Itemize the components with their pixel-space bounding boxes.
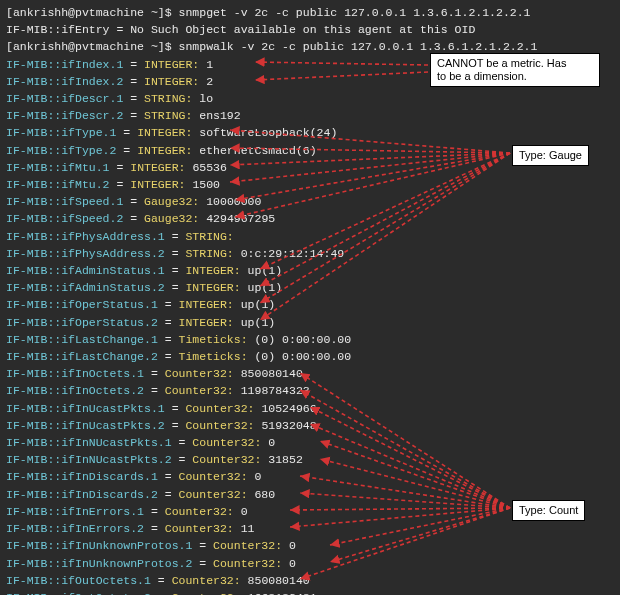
equals: =: [116, 126, 137, 139]
value-type: STRING:: [185, 247, 240, 260]
value-type: Counter32:: [165, 384, 241, 397]
equals: =: [158, 316, 179, 329]
snmp-row: IF-MIB::ifLastChange.2 = Timeticks: (0) …: [6, 348, 614, 365]
snmp-row: IF-MIB::ifOperStatus.2 = INTEGER: up(1): [6, 314, 614, 331]
value-type: Counter32:: [165, 367, 241, 380]
mib-key: IF-MIB::ifInDiscards.1: [6, 470, 158, 483]
snmp-row: IF-MIB::ifPhysAddress.1 = STRING:: [6, 228, 614, 245]
snmp-row: IF-MIB::ifInOctets.1 = Counter32: 850080…: [6, 365, 614, 382]
prompt-line-1: [ankrishh@pvtmachine ~]$ snmpget -v 2c -…: [6, 4, 614, 21]
value: (0) 0:00:00.00: [254, 333, 351, 346]
mib-key: IF-MIB::ifInNUcastPkts.2: [6, 453, 172, 466]
mib-key: IF-MIB::ifInNUcastPkts.1: [6, 436, 172, 449]
equals: =: [158, 488, 179, 501]
value-type: Timeticks:: [179, 350, 255, 363]
value-type: Counter32:: [192, 436, 268, 449]
value-type: STRING:: [144, 109, 199, 122]
mib-key: IF-MIB::ifSpeed.1: [6, 195, 123, 208]
value-type: Counter32:: [213, 557, 289, 570]
mib-key: IF-MIB::ifInErrors.2: [6, 522, 144, 535]
annotation-gauge: Type: Gauge: [512, 145, 589, 166]
response-line-1: IF-MIB::ifEntry = No Such Object availab…: [6, 21, 614, 38]
value: 10000000: [206, 195, 261, 208]
equals: =: [165, 281, 186, 294]
equals: =: [144, 384, 165, 397]
mib-key: IF-MIB::ifAdminStatus.1: [6, 264, 165, 277]
prompt-cmd-2: snmpwalk -v 2c -c public 127.0.0.1 1.3.6…: [179, 40, 538, 53]
snmp-row: IF-MIB::ifInUnknownProtos.1 = Counter32:…: [6, 537, 614, 554]
prompt-cmd-1: snmpget -v 2c -c public 127.0.0.1 1.3.6.…: [179, 6, 531, 19]
value: 680: [254, 488, 275, 501]
equals: =: [116, 144, 137, 157]
value-type: Counter32:: [192, 453, 268, 466]
equals: =: [144, 505, 165, 518]
value-type: INTEGER:: [185, 264, 247, 277]
mib-key: IF-MIB::ifType.2: [6, 144, 116, 157]
value-type: INTEGER:: [179, 298, 241, 311]
equals: =: [165, 264, 186, 277]
value-type: STRING:: [144, 92, 199, 105]
snmp-row: IF-MIB::ifOutOctets.2 = Counter32: 16681…: [6, 589, 614, 595]
snmp-row: IF-MIB::ifInUcastPkts.1 = Counter32: 105…: [6, 400, 614, 417]
value: up(1): [241, 316, 276, 329]
value: up(1): [248, 281, 283, 294]
mib-key: IF-MIB::ifDescr.1: [6, 92, 123, 105]
snmp-row: IF-MIB::ifInNUcastPkts.1 = Counter32: 0: [6, 434, 614, 451]
value-type: Counter32:: [172, 591, 248, 595]
equals: =: [158, 298, 179, 311]
prompt-host-2: [ankrishh@pvtmachine ~]$: [6, 40, 179, 53]
value-type: Timeticks:: [179, 333, 255, 346]
equals: =: [110, 161, 131, 174]
value: 0: [289, 557, 296, 570]
mib-key: IF-MIB::ifPhysAddress.1: [6, 230, 165, 243]
annotation-count: Type: Count: [512, 500, 585, 521]
value-type: Gauge32:: [144, 212, 206, 225]
prompt-host-1: [ankrishh@pvtmachine ~]$: [6, 6, 179, 19]
value-type: INTEGER:: [185, 281, 247, 294]
value-type: Counter32:: [185, 419, 261, 432]
snmp-row: IF-MIB::ifDescr.2 = STRING: ens192: [6, 107, 614, 124]
equals: =: [144, 367, 165, 380]
mib-key: IF-MIB::ifInUnknownProtos.1: [6, 539, 192, 552]
value: 1668183481: [248, 591, 317, 595]
snmp-row: IF-MIB::ifInDiscards.1 = Counter32: 0: [6, 468, 614, 485]
value: 0: [268, 436, 275, 449]
snmp-row: IF-MIB::ifOutOctets.1 = Counter32: 85008…: [6, 572, 614, 589]
value: 0:c:29:12:14:49: [241, 247, 345, 260]
equals: =: [158, 350, 179, 363]
snmp-row: IF-MIB::ifLastChange.1 = Timeticks: (0) …: [6, 331, 614, 348]
mib-key: IF-MIB::ifMtu.1: [6, 161, 110, 174]
value: up(1): [248, 264, 283, 277]
equals: =: [165, 230, 186, 243]
value-type: Counter32:: [213, 539, 289, 552]
equals: =: [123, 58, 144, 71]
mib-key: IF-MIB::ifInDiscards.2: [6, 488, 158, 501]
value: 850080140: [248, 574, 310, 587]
value: softwareLoopback(24): [199, 126, 337, 139]
mib-key: IF-MIB::ifInErrors.1: [6, 505, 144, 518]
equals: =: [192, 539, 213, 552]
equals: =: [158, 333, 179, 346]
snmp-row: IF-MIB::ifInNUcastPkts.2 = Counter32: 31…: [6, 451, 614, 468]
value-type: Gauge32:: [144, 195, 206, 208]
mib-key: IF-MIB::ifOperStatus.1: [6, 298, 158, 311]
equals: =: [172, 436, 193, 449]
mib-key: IF-MIB::ifInOctets.2: [6, 384, 144, 397]
snmp-row: IF-MIB::ifAdminStatus.1 = INTEGER: up(1): [6, 262, 614, 279]
equals: =: [123, 75, 144, 88]
snmp-row: IF-MIB::ifOperStatus.1 = INTEGER: up(1): [6, 296, 614, 313]
equals: =: [158, 470, 179, 483]
value-type: INTEGER:: [144, 75, 206, 88]
equals: =: [165, 402, 186, 415]
value: 4294967295: [206, 212, 275, 225]
value: 0: [289, 539, 296, 552]
equals: =: [151, 574, 172, 587]
snmp-row: IF-MIB::ifDescr.1 = STRING: lo: [6, 90, 614, 107]
value: 2: [206, 75, 213, 88]
value-type: Counter32:: [179, 470, 255, 483]
value: ethernetCsmacd(6): [199, 144, 316, 157]
mib-key: IF-MIB::ifLastChange.1: [6, 333, 158, 346]
mib-key: IF-MIB::ifInOctets.1: [6, 367, 144, 380]
value-type: INTEGER:: [130, 161, 192, 174]
mib-key: IF-MIB::ifOutOctets.1: [6, 574, 151, 587]
